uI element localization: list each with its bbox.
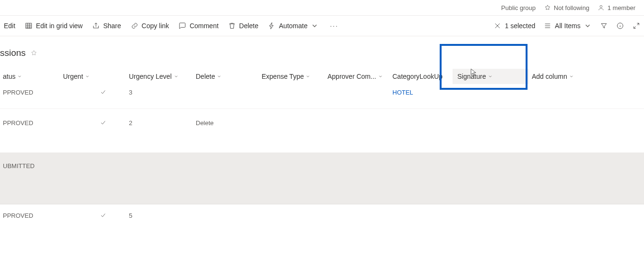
automate-label: Automate [279, 22, 307, 30]
cell-expense-type [259, 211, 325, 213]
cell-urgency-level: 5 [126, 211, 193, 220]
column-header-delete[interactable]: Delete [193, 73, 259, 80]
column-header-row: atus Urgent Urgency Level Delete Expense… [0, 67, 644, 86]
cell-urgent [60, 161, 126, 163]
chevron-down-icon [488, 74, 493, 79]
delete-button[interactable]: Delete [228, 22, 258, 30]
table-row[interactable]: PPROVED 2 Delete [0, 109, 644, 153]
automate-icon [268, 22, 275, 30]
col-urgency-label: Urgency Level [129, 73, 172, 80]
cell-approver-comments [325, 161, 390, 163]
follow-button[interactable]: Not following [544, 4, 589, 11]
info-button[interactable] [616, 22, 624, 30]
cell-signature [451, 88, 527, 90]
copylink-button[interactable]: Copy link [131, 22, 169, 30]
cell-expense-type [259, 161, 325, 163]
check-icon [100, 89, 106, 96]
cell-approver-comments [325, 88, 390, 90]
command-bar: Edit Edit in grid view Share Copy link C… [0, 15, 644, 36]
cell-status: PPROVED [0, 211, 60, 220]
edit-label: Edit [4, 22, 15, 30]
cell-urgent [60, 211, 126, 220]
group-type-text: Public group [501, 4, 536, 11]
expand-icon [633, 22, 640, 30]
cell-delete [193, 161, 259, 163]
cell-delete [193, 88, 259, 90]
cell-urgent [60, 118, 126, 127]
copylink-label: Copy link [142, 22, 169, 30]
cell-signature [451, 161, 527, 163]
grid-icon [25, 22, 32, 30]
table-row[interactable]: UBMITTED [0, 153, 644, 204]
col-delete-label: Delete [196, 73, 215, 80]
overflow-menu-button[interactable]: ··· [328, 22, 340, 30]
column-header-signature[interactable]: Signature [453, 69, 529, 84]
fullscreen-button[interactable] [633, 22, 640, 30]
chevron-down-icon [311, 22, 318, 30]
svg-point-0 [600, 5, 602, 8]
column-header-category-lookup[interactable]: CategoryLookUp [390, 73, 451, 80]
chevron-down-icon [174, 74, 179, 79]
cell-category-lookup[interactable]: HOTEL [390, 88, 451, 97]
share-button[interactable]: Share [92, 22, 121, 30]
cell-category-lookup [390, 211, 451, 213]
add-column-label: Add column [532, 73, 567, 80]
column-header-status[interactable]: atus [0, 73, 60, 80]
filter-button[interactable] [600, 22, 608, 30]
cell-status: PPROVED [0, 88, 60, 97]
cell-approver-comments [325, 118, 390, 120]
edit-button[interactable]: Edit [4, 22, 15, 30]
cell-category-lookup [390, 161, 451, 163]
table-row[interactable]: PPROVED 5 [0, 204, 644, 243]
cell-urgency-level [126, 161, 193, 163]
cell-expense-type [259, 88, 325, 90]
col-status-label: atus [3, 73, 15, 80]
column-header-expense-type[interactable]: Expense Type [259, 73, 325, 80]
chevron-down-icon [569, 74, 574, 79]
view-name-label: All Items [555, 22, 581, 30]
column-header-approver-comments[interactable]: Approver Com... [325, 73, 390, 80]
edit-grid-label: Edit in grid view [36, 22, 83, 30]
col-signature-label: Signature [457, 73, 486, 80]
add-column-button[interactable]: Add column [529, 73, 586, 80]
members-button[interactable]: 1 member [598, 4, 635, 11]
filter-icon [600, 22, 608, 30]
check-icon [100, 212, 106, 219]
edit-grid-button[interactable]: Edit in grid view [25, 22, 83, 30]
comment-button[interactable]: Comment [179, 22, 219, 30]
follow-label: Not following [554, 4, 589, 11]
chevron-down-icon [17, 74, 22, 79]
chevron-down-icon [378, 74, 383, 79]
col-expensetype-label: Expense Type [262, 73, 304, 80]
delete-label: Delete [239, 22, 258, 30]
share-icon [92, 22, 100, 30]
col-urgent-label: Urgent [63, 73, 83, 80]
person-icon [598, 4, 604, 11]
star-icon [544, 4, 551, 11]
table-row[interactable]: PPROVED 3 HOTEL [0, 86, 644, 109]
column-header-urgency-level[interactable]: Urgency Level [126, 73, 193, 80]
cell-signature [451, 211, 527, 213]
svg-rect-1 [26, 23, 32, 29]
clear-selection-button[interactable]: 1 selected [494, 22, 535, 30]
star-icon[interactable] [31, 50, 37, 56]
comment-icon [179, 22, 186, 30]
chevron-down-icon [85, 74, 90, 79]
cell-delete: Delete [193, 118, 259, 128]
chevron-down-icon [217, 74, 222, 79]
close-icon [494, 22, 501, 30]
comment-label: Comment [190, 22, 219, 30]
members-label: 1 member [607, 4, 635, 11]
column-header-urgent[interactable]: Urgent [60, 73, 126, 80]
list-title-row: ssions [0, 36, 644, 67]
chevron-down-icon [306, 74, 310, 79]
automate-button[interactable]: Automate [268, 22, 318, 30]
view-switcher-button[interactable]: All Items [544, 22, 591, 30]
cell-signature [451, 118, 527, 120]
col-category-label: CategoryLookUp [392, 73, 443, 80]
trash-icon [228, 22, 236, 30]
list-icon [544, 22, 551, 30]
cell-urgency-level: 2 [126, 118, 193, 128]
share-label: Share [103, 22, 121, 30]
info-icon [616, 22, 624, 30]
